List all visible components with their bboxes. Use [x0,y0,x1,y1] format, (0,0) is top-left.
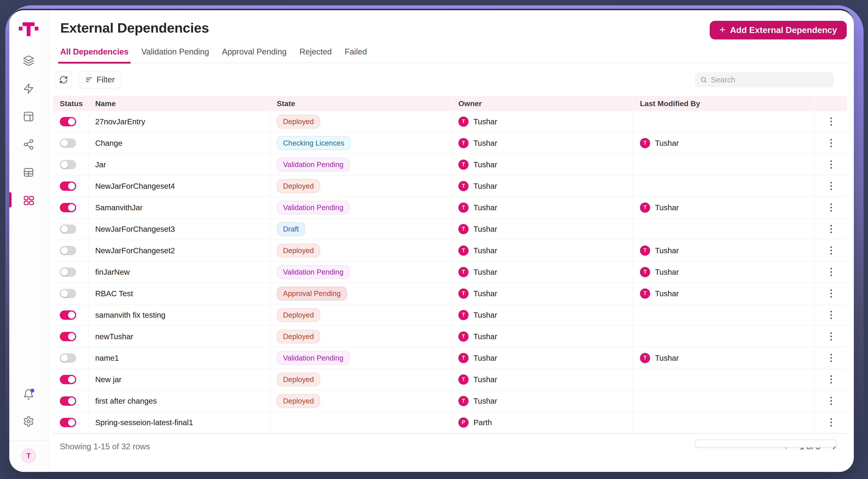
status-toggle[interactable] [60,224,76,234]
column-header-owner: Owner [452,96,633,111]
tab-rejected[interactable]: Rejected [299,47,332,63]
owner-name: Tushar [473,182,497,190]
toggle-knob [68,311,75,319]
owner-name: Tushar [473,310,497,320]
dependency-name: Change [95,139,122,148]
sidebar-item-share[interactable] [22,138,35,151]
table-body: 27novJarEntry Deployed T Tushar Change C… [53,111,847,433]
row-actions-kebab-icon[interactable] [827,351,835,365]
table-row: finJarNew Validation Pending T Tushar T … [53,262,847,283]
filter-button[interactable]: Filter [78,71,122,88]
owner-avatar: T [458,289,469,299]
telekom-logo[interactable] [19,19,39,38]
tab-validation-pending[interactable]: Validation Pending [141,47,209,63]
dependencies-table: Status Name State Owner Last Modified By… [53,96,847,433]
row-actions-kebab-icon[interactable] [827,157,835,172]
owner-avatar: T [458,396,469,406]
table-row: NewJarForChangeset3 Draft T Tushar [53,218,847,240]
status-toggle[interactable] [60,181,76,191]
owner-avatar: T [458,310,469,320]
table-row: first after changes Deployed T Tushar [53,390,847,412]
toggle-knob [61,226,68,233]
dependency-name: Jar [95,160,106,169]
column-header-actions [815,96,847,111]
toggle-knob [68,419,75,426]
row-actions-kebab-icon[interactable] [827,308,835,322]
status-toggle[interactable] [60,310,76,320]
owner-avatar: P [458,417,469,428]
refresh-button[interactable] [55,71,72,88]
last-modified-by-name: Tushar [655,268,679,276]
owner-name: Tushar [473,354,497,362]
status-toggle[interactable] [60,246,76,255]
row-actions-kebab-icon[interactable] [827,286,835,301]
table-row: samanvith fix testing Deployed T Tushar [53,304,847,326]
dependency-name: first after changes [95,396,157,406]
state-badge: Deployed [277,394,320,408]
owner-avatar: T [458,375,469,385]
row-actions-kebab-icon[interactable] [827,329,835,343]
status-toggle[interactable] [60,203,76,212]
dependency-name: Spring-sesseion-latest-final1 [95,418,193,427]
dependency-name: 27novJarEntry [95,117,145,126]
dependency-name: NewJarForChangeset2 [95,246,175,255]
notification-dot [30,389,34,393]
status-toggle[interactable] [60,396,76,406]
notifications-button[interactable] [22,388,35,400]
search-input[interactable] [711,75,829,84]
last-modified-by-avatar: T [640,353,650,363]
row-actions-kebab-icon[interactable] [827,394,835,408]
status-toggle[interactable] [60,418,76,427]
column-header-last-modified-by: Last Modified By [633,96,815,111]
toggle-knob [68,204,75,211]
status-toggle[interactable] [60,117,76,126]
row-actions-kebab-icon[interactable] [827,136,835,150]
owner-name: Tushar [473,246,497,255]
row-actions-kebab-icon[interactable] [827,265,835,279]
status-toggle[interactable] [60,353,76,363]
user-avatar[interactable]: T [21,448,36,463]
status-toggle[interactable] [60,139,76,148]
row-actions-kebab-icon[interactable] [827,114,835,129]
status-toggle[interactable] [60,267,76,277]
tab-bar: All Dependencies Validation Pending Appr… [60,47,847,63]
owner-avatar: T [458,224,469,234]
status-toggle[interactable] [60,332,76,341]
owner-avatar: T [458,245,469,256]
toggle-knob [61,247,68,254]
sidebar-item-layers[interactable] [22,55,35,67]
dependency-name: RBAC Test [95,289,133,298]
dependency-name: newTushar [95,332,133,341]
row-actions-kebab-icon[interactable] [827,415,835,429]
status-toggle[interactable] [60,289,76,298]
sidebar-item-zap[interactable] [22,83,35,95]
search-box [695,72,834,87]
row-count-text: Showing 1-15 of 32 rows [60,442,150,451]
toggle-knob [61,140,68,147]
toggle-knob [61,290,68,297]
sidebar-item-table[interactable] [22,166,35,179]
tab-approval-pending[interactable]: Approval Pending [222,47,286,63]
state-badge: Validation Pending [277,158,350,172]
state-badge: Deployed [277,115,320,128]
settings-button[interactable] [22,415,35,428]
status-toggle[interactable] [60,375,76,384]
tab-all-dependencies[interactable]: All Dependencies [60,47,128,63]
tab-failed[interactable]: Failed [345,47,367,63]
row-actions-kebab-icon[interactable] [827,222,835,236]
horizontal-scrollbar[interactable] [694,440,837,448]
table-row: name1 Validation Pending T Tushar T Tush… [53,348,847,369]
toggle-knob [61,161,68,168]
state-badge: Deployed [277,179,320,193]
last-modified-by-name: Tushar [655,289,679,298]
row-actions-kebab-icon[interactable] [827,243,835,258]
sidebar-item-layout[interactable] [22,110,35,123]
status-toggle[interactable] [60,160,76,169]
refresh-icon [59,75,68,84]
add-external-dependency-button[interactable]: + Add External Dependency [710,21,847,39]
owner-name: Tushar [473,139,497,148]
row-actions-kebab-icon[interactable] [827,179,835,193]
row-actions-kebab-icon[interactable] [827,372,835,387]
row-actions-kebab-icon[interactable] [827,200,835,215]
sidebar-item-dependencies[interactable] [22,194,35,207]
